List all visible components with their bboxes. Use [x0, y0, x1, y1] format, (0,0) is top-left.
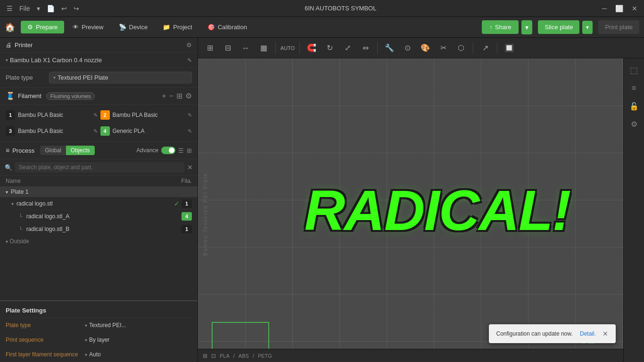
slice-dropdown-btn[interactable]: ▾: [582, 21, 593, 34]
tab-preview[interactable]: 👁 Preview: [66, 21, 110, 33]
filament-header: 🧵 Filament Flushing volumes + − ⊞ ⚙: [0, 88, 198, 105]
plate-type-select[interactable]: ▾ Textured PEI Plate: [49, 72, 192, 83]
filament-layout-btn[interactable]: ⊞: [176, 91, 182, 100]
settings-plate-type-row: Plate type ▾ Textured PEI...: [0, 318, 198, 333]
filament-badge-2: 2: [100, 110, 110, 120]
tab-prepare[interactable]: ⚙ Prepare: [21, 21, 64, 33]
grid-icon[interactable]: ⊟: [220, 40, 236, 56]
filament-grid: 1 Bambu PLA Basic ✎ 2 Bambu PLA Basic ✎ …: [0, 105, 198, 142]
new-file-icon[interactable]: 📄: [45, 4, 57, 13]
advance-toggle[interactable]: [161, 147, 175, 154]
filament-settings-icon[interactable]: ⚙: [185, 91, 192, 100]
tree-outside[interactable]: ▾ Outside: [0, 236, 198, 247]
paint-icon[interactable]: 🎨: [417, 40, 433, 56]
process-grid-icon[interactable]: ⊞: [187, 147, 192, 154]
move-icon[interactable]: ↔: [238, 40, 254, 56]
filament-edit-2[interactable]: ✎: [188, 112, 192, 118]
printer-name-row: ▾ Bambu Lab X1 Carbon 0.4 nozzle ✎: [0, 53, 198, 68]
view-icon[interactable]: 🔲: [501, 40, 517, 56]
toolbar-sep-2: [299, 42, 300, 54]
settings-first-layer-row: First layer filament sequence ▾ Auto: [0, 347, 198, 362]
plate-chevron-icon: ▾: [53, 75, 56, 80]
mirror-icon[interactable]: ⇔: [357, 40, 373, 56]
toolbar-sep-1: [275, 42, 276, 54]
assembly-icon[interactable]: ⬡: [453, 40, 469, 56]
add-object-icon[interactable]: ⊞: [202, 40, 218, 56]
tab-project[interactable]: 📁 Project: [156, 21, 198, 33]
filament-edit-1[interactable]: ✎: [93, 112, 98, 118]
redo-btn[interactable]: ↪: [72, 4, 81, 13]
remove-filament-btn[interactable]: −: [169, 92, 173, 100]
filament-item-1: 1 Bambu PLA Basic ✎: [6, 108, 98, 122]
filament-badge-1: 1: [6, 110, 15, 120]
navbar: 🏠 ⚙ Prepare 👁 Preview 📡 Device 📁 Project…: [0, 17, 644, 38]
notification-link[interactable]: Detail.: [580, 330, 596, 337]
cut-icon[interactable]: ✂: [435, 40, 451, 56]
undo-btn[interactable]: ↩: [59, 4, 69, 13]
filament-edit-3[interactable]: ✎: [93, 128, 98, 134]
magnet-icon[interactable]: 🧲: [304, 40, 320, 56]
collapse-btn[interactable]: ▾: [35, 4, 42, 13]
status-pla: PLA: [220, 353, 230, 359]
canvas-area: ⊞ ⊟ ↔ ▦ AUTO 🧲 ↻ ⤢ ⇔ 🔧 ⊙ 🎨 ✂ ⬡ ↗ 🔲: [198, 38, 644, 362]
scale-icon[interactable]: ⤢: [339, 40, 355, 56]
tab-device[interactable]: 📡 Device: [112, 21, 155, 33]
tab-objects[interactable]: Objects: [66, 146, 95, 155]
settings-print-seq-row: Print sequence ▾ By layer: [0, 333, 198, 347]
flushing-volumes-btn[interactable]: Flushing volumes: [46, 92, 95, 100]
tab-global[interactable]: Global: [40, 146, 66, 155]
plate-1-label: ▾ Plate 1: [6, 189, 192, 195]
home-btn[interactable]: 🏠: [5, 22, 15, 33]
close-btn[interactable]: ✕: [630, 4, 639, 13]
printer-edit-icon[interactable]: ✎: [187, 57, 192, 64]
process-title: Process: [12, 147, 34, 154]
sub-a-badge: 4: [182, 212, 192, 221]
search-input[interactable]: [15, 162, 184, 173]
right-icons-panel: ⬚ ≡ 🔓 ⚙: [623, 58, 644, 362]
view-list-icon[interactable]: ≡: [626, 80, 642, 96]
status-bar: ⊞ ⊡ PLA / ABS / PETG: [198, 349, 623, 362]
radical-a-label: └ radical logo.stl_A: [19, 213, 182, 220]
export-icon[interactable]: ↗: [477, 40, 493, 56]
settings-wheel-icon[interactable]: ⚙: [626, 116, 642, 132]
rotate-icon[interactable]: ↻: [322, 40, 338, 56]
search-icon: 🔍: [5, 164, 12, 171]
lock-icon[interactable]: 🔓: [626, 98, 642, 114]
notification-close-btn[interactable]: ✕: [603, 330, 608, 337]
printer-settings-icon[interactable]: ⚙: [186, 41, 192, 49]
print-plate-btn[interactable]: Print plate: [598, 20, 639, 34]
settings-print-seq-value[interactable]: ▾ By layer: [85, 337, 109, 343]
layout-icon[interactable]: ▦: [256, 40, 272, 56]
filament-name-2: Bambu PLA Basic: [113, 112, 185, 118]
tree-plate-1[interactable]: ▾ Plate 1: [0, 187, 198, 197]
hamburger-menu[interactable]: ☰: [5, 4, 15, 13]
settings-plate-type-value[interactable]: ▾ Textured PEI...: [85, 322, 126, 329]
maximize-btn[interactable]: ⬜: [613, 4, 625, 13]
process-tab-group: Global Objects: [40, 146, 94, 155]
support-icon[interactable]: 🔧: [381, 40, 397, 56]
add-filament-btn[interactable]: +: [162, 92, 166, 100]
search-clear-icon[interactable]: ✕: [187, 164, 193, 171]
tree-sub-a[interactable]: └ radical logo.stl_A 4: [0, 210, 198, 223]
minimize-btn[interactable]: ─: [600, 4, 609, 13]
file-menu[interactable]: File: [17, 4, 32, 13]
settings-first-layer-value[interactable]: ▾ Auto: [85, 351, 101, 358]
3d-viewport[interactable]: Bambu Textured PEI Plate RADI: [198, 58, 623, 362]
auto-icon[interactable]: AUTO: [280, 40, 296, 56]
share-dropdown-btn[interactable]: ▾: [521, 20, 532, 34]
view-3d-icon[interactable]: ⬚: [626, 62, 642, 78]
seam-icon[interactable]: ⊙: [399, 40, 415, 56]
share-btn[interactable]: ↑ Share: [482, 20, 519, 34]
radical-logo-label: ▾ radical logo.stl: [11, 200, 174, 207]
filament-name-3: Bambu PLA Basic: [18, 128, 91, 134]
process-list-icon[interactable]: ☰: [178, 147, 184, 154]
radical-fila: ✓ 1: [174, 199, 192, 208]
slice-btn[interactable]: Slice plate: [538, 20, 579, 34]
sub-b-fila: 1: [182, 225, 192, 233]
tab-calibration[interactable]: 🎯 Calibration: [201, 21, 254, 33]
tree-object-radical[interactable]: ▾ radical logo.stl ✓ 1: [0, 197, 198, 210]
status-sep-1: /: [233, 353, 235, 359]
tree-sub-b[interactable]: └ radical logo.stl_B 1: [0, 223, 198, 236]
filament-item-2: 2 Bambu PLA Basic ✎: [100, 108, 192, 122]
filament-edit-4[interactable]: ✎: [188, 128, 192, 134]
